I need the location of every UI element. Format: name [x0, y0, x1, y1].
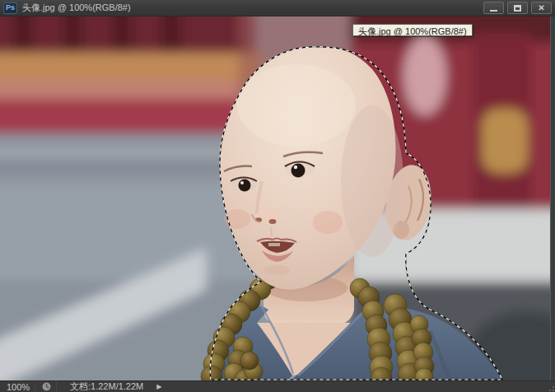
window-right-border	[550, 16, 555, 380]
minimize-button[interactable]	[483, 2, 504, 14]
right-eye	[291, 164, 305, 178]
divider	[56, 381, 57, 392]
maximize-icon	[514, 5, 521, 12]
photoshop-document-window: Ps 头像.jpg @ 100%(RGB/8#) ✕	[0, 0, 555, 392]
left-eye	[239, 180, 251, 192]
status-menu-arrow-button[interactable]: ▶	[153, 384, 165, 390]
photo-image	[0, 16, 550, 380]
app-icon-label: Ps	[6, 4, 15, 12]
status-bar: 100% 文档:1.22M/1.22M ▶	[0, 380, 555, 392]
document-size-info[interactable]: 文档:1.22M/1.22M	[70, 380, 143, 392]
document-canvas[interactable]: 头像.jpg @ 100%(RGB/8#)	[0, 16, 550, 380]
window-title: 头像.jpg @ 100%(RGB/8#)	[22, 2, 131, 14]
document-tooltip: 头像.jpg @ 100%(RGB/8#)	[352, 24, 473, 36]
clock-status-icon	[42, 382, 51, 391]
maximize-button[interactable]	[507, 2, 528, 14]
minimize-icon	[490, 10, 497, 12]
photoshop-app-icon: Ps	[3, 2, 17, 14]
resize-grip[interactable]	[548, 385, 554, 391]
title-bar[interactable]: Ps 头像.jpg @ 100%(RGB/8#) ✕	[0, 0, 555, 16]
close-button[interactable]: ✕	[531, 2, 552, 14]
zoom-level-field[interactable]: 100%	[7, 382, 35, 392]
divider	[35, 381, 35, 392]
nostril	[269, 219, 277, 224]
close-icon: ✕	[538, 4, 544, 12]
window-controls: ✕	[483, 2, 552, 14]
